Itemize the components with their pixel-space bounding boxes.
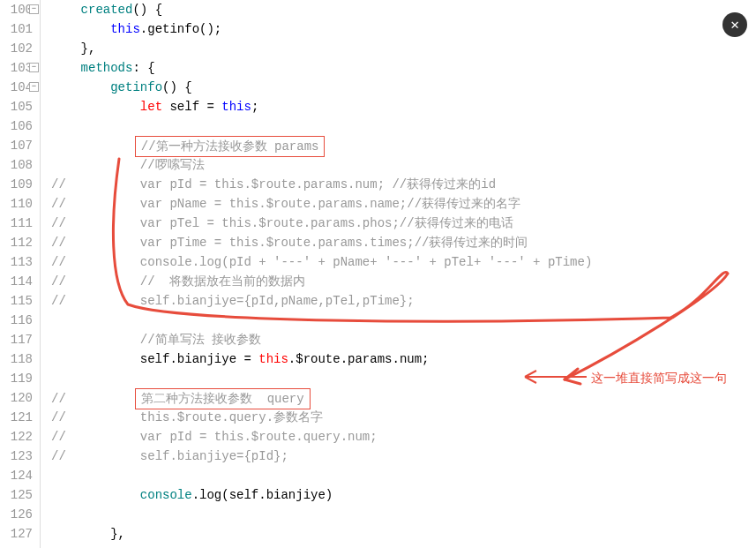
code-token: self.bianjiye={pId};	[66, 449, 288, 463]
code-token	[51, 3, 81, 17]
code-line[interactable]: created() {	[51, 0, 756, 19]
line-number: 115	[0, 291, 33, 311]
line-number: 113	[0, 252, 33, 272]
line-number: 126	[0, 505, 33, 524]
fold-marker-icon[interactable]: −	[29, 4, 39, 14]
code-token: this	[221, 100, 251, 114]
line-number: 107	[0, 136, 33, 155]
code-token	[51, 80, 110, 94]
code-line[interactable]: // this.$route.query.参数名字	[51, 408, 756, 427]
code-token: created	[81, 3, 133, 17]
code-token	[51, 313, 58, 327]
line-number: 117	[0, 330, 33, 349]
code-token: methods	[81, 61, 133, 75]
line-number: 109	[0, 175, 33, 194]
line-number: 125	[0, 485, 33, 505]
code-line[interactable]: // var pName = this.$route.params.name;/…	[51, 194, 756, 214]
code-token	[51, 119, 58, 133]
code-token	[51, 507, 58, 522]
line-number: 100−	[0, 0, 33, 19]
close-icon: ✕	[730, 16, 739, 34]
line-number: 123	[0, 447, 33, 466]
line-number: 106	[0, 116, 33, 136]
code-editor: 100−101102103−104−1051061071081091101111…	[0, 0, 756, 548]
code-line[interactable]: // self.bianjiye={pId};	[51, 447, 756, 466]
code-token: // 将数据放在当前的数据内	[66, 274, 306, 289]
line-number: 110	[0, 194, 33, 214]
line-number: 120	[0, 388, 33, 408]
code-line[interactable]: self.bianjiye = this.$route.params.num;	[51, 349, 756, 369]
code-token: //	[51, 449, 66, 463]
code-line[interactable]: getinfo() {	[51, 78, 756, 97]
code-token: this.$route.query.参数名字	[66, 410, 323, 424]
code-token: () {	[132, 3, 162, 17]
line-number: 108	[0, 155, 33, 175]
code-token: .log(self.bianjiye)	[192, 488, 333, 502]
close-button[interactable]: ✕	[722, 12, 747, 37]
code-token: //第一种方法接收参数 params	[135, 136, 326, 157]
line-number: 112	[0, 233, 33, 252]
code-token: self =	[162, 100, 221, 114]
code-line[interactable]: //简单写法 接收参数	[51, 330, 756, 349]
code-token: },	[51, 41, 95, 56]
code-line[interactable]: // var pTel = this.$route.params.phos;//…	[51, 214, 756, 233]
fold-marker-icon[interactable]: −	[29, 82, 39, 92]
code-token: .$route.params.num;	[288, 352, 430, 366]
code-token: },	[51, 527, 125, 541]
code-token: console.log(pId + '---' + pName+ '---' +…	[66, 255, 593, 269]
line-number: 118	[0, 349, 33, 369]
line-number: 119	[0, 369, 33, 388]
code-token: //啰嗦写法	[140, 158, 205, 172]
line-number: 114	[0, 272, 33, 291]
code-line[interactable]	[51, 311, 756, 330]
code-token: var pId = this.$route.query.num;	[66, 430, 378, 444]
code-line[interactable]: this.getinfo();	[51, 19, 756, 39]
code-line[interactable]: //第一种方法接收参数 params	[51, 136, 756, 155]
line-number: 104−	[0, 78, 33, 97]
code-line[interactable]: },	[51, 524, 756, 544]
code-line[interactable]: // 第二种方法接收参数 query	[51, 388, 756, 408]
line-number: 103−	[0, 58, 33, 78]
code-line[interactable]: // var pTime = this.$route.params.times;…	[51, 233, 756, 252]
code-token: var pTel = this.$route.params.phos;//获得传…	[66, 216, 513, 230]
code-token: //	[51, 392, 66, 406]
code-token: //	[51, 197, 66, 211]
code-token: var pTime = this.$route.params.times;//获…	[66, 236, 528, 250]
line-number: 127	[0, 524, 33, 544]
code-line[interactable]: //啰嗦写法	[51, 155, 756, 175]
code-token: //	[51, 410, 66, 424]
code-line[interactable]	[51, 505, 756, 524]
fold-marker-icon[interactable]: −	[29, 63, 39, 72]
code-token: this	[110, 22, 140, 36]
code-line[interactable]: // var pId = this.$route.query.num;	[51, 427, 756, 447]
code-line[interactable]: // var pId = this.$route.params.num; //获…	[51, 175, 756, 194]
code-token	[51, 61, 81, 75]
code-line[interactable]: methods: {	[51, 58, 756, 78]
code-line[interactable]: console.log(self.bianjiye)	[51, 485, 756, 505]
code-line[interactable]: let self = this;	[51, 97, 756, 116]
code-line[interactable]: },	[51, 39, 756, 58]
code-token: //	[51, 236, 66, 250]
code-token: //	[51, 274, 66, 289]
line-number: 105	[0, 97, 33, 116]
code-line[interactable]: // // 将数据放在当前的数据内	[51, 272, 756, 291]
line-number: 102	[0, 39, 33, 58]
line-number: 121	[0, 408, 33, 427]
code-token: console	[140, 488, 192, 502]
code-token	[51, 333, 140, 347]
code-token: var pId = this.$route.params.num; //获得传过…	[66, 177, 496, 191]
code-token	[51, 22, 110, 36]
code-line[interactable]: // self.bianjiye={pId,pName,pTel,pTime};	[51, 291, 756, 311]
code-line[interactable]: // console.log(pId + '---' + pName+ '---…	[51, 252, 756, 272]
code-area[interactable]: created() { this.getinfo(); }, methods: …	[41, 0, 756, 548]
line-number: 111	[0, 214, 33, 233]
code-token	[51, 469, 58, 483]
code-token: self.bianjiye={pId,pName,pTel,pTime};	[66, 294, 415, 308]
code-token: //	[51, 216, 66, 230]
code-token	[51, 100, 140, 114]
line-number: 124	[0, 466, 33, 485]
code-token: : {	[132, 61, 154, 75]
code-line[interactable]	[51, 116, 756, 136]
code-line[interactable]	[51, 466, 756, 485]
line-number-gutter[interactable]: 100−101102103−104−1051061071081091101111…	[0, 0, 41, 548]
